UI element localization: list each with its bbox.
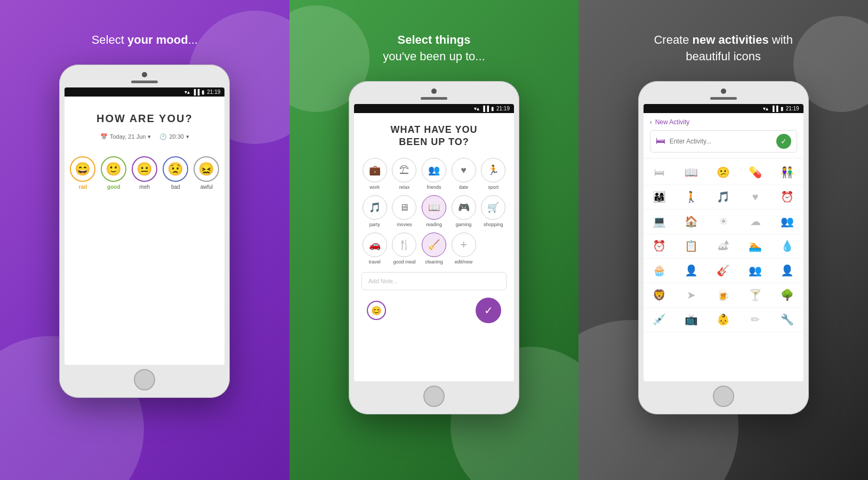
- icon-guitar[interactable]: 🎸: [708, 259, 740, 283]
- mood-bad[interactable]: 😟 bad: [163, 156, 188, 190]
- act-icon-sport: 🏃: [481, 158, 505, 182]
- icon-medical[interactable]: 💉: [644, 308, 676, 332]
- act-icon-work: 💼: [363, 158, 387, 182]
- icon-book[interactable]: 📖: [676, 161, 708, 185]
- icon-music-note[interactable]: 🎵: [708, 185, 740, 210]
- wifi-icon-2: ▾▴: [474, 106, 479, 111]
- screen-1: ▾▴ ▐▐ ▮ 21:19 HOW ARE YOU? 📅 Today, 21 J…: [65, 87, 224, 365]
- icon-pill[interactable]: 💊: [740, 161, 771, 185]
- new-activity-header: ‹ New Activity 🛏 ✓: [644, 113, 803, 158]
- panel2-heading: Select things you've been up to...: [383, 32, 485, 65]
- act-label-date: date: [459, 185, 469, 190]
- icon-clock[interactable]: ⏰: [644, 234, 676, 259]
- icon-silhouette[interactable]: 👤: [771, 259, 803, 283]
- icon-cake[interactable]: 🧁: [644, 259, 676, 283]
- icon-cocktail[interactable]: 🍸: [740, 283, 771, 308]
- act-cleaning[interactable]: 🧹 cleaning: [421, 233, 447, 265]
- icon-family[interactable]: 👨‍👩‍👧: [644, 185, 676, 210]
- icon-walk[interactable]: 🚶: [676, 185, 708, 210]
- act-icon-friends: 👥: [422, 158, 446, 182]
- act-new[interactable]: + edit/new: [451, 233, 477, 265]
- icon-laptop[interactable]: 💻: [644, 210, 676, 234]
- act-icon-meal: 🍴: [392, 233, 416, 257]
- icon-tree[interactable]: 🌳: [771, 283, 803, 308]
- act-travel[interactable]: 🚗 travel: [361, 233, 388, 265]
- speaker-1: [131, 81, 158, 83]
- act-shopping[interactable]: 🛒 shopping: [480, 195, 507, 227]
- speaker-3: [710, 97, 737, 100]
- time-1: 21:19: [207, 89, 220, 95]
- activities-screen: WHAT HAVE YOUBEEN UP TO? 💼 work ⛱ relax …: [354, 113, 514, 334]
- icon-beer[interactable]: 🍺: [708, 283, 740, 308]
- act-sport[interactable]: 🏃 sport: [480, 158, 507, 190]
- icon-person[interactable]: 👤: [676, 259, 708, 283]
- new-back-nav[interactable]: ‹ New Activity: [650, 118, 797, 126]
- icon-alarm[interactable]: ⏰: [771, 185, 803, 210]
- act-relax[interactable]: ⛱ relax: [391, 158, 418, 190]
- home-button-2[interactable]: [423, 386, 445, 407]
- icon-house[interactable]: 🏠: [676, 210, 708, 234]
- act-gaming[interactable]: 🎮 gaming: [451, 195, 477, 227]
- time-2: 21:19: [496, 106, 510, 111]
- battery-icon-3: ▮: [781, 106, 784, 111]
- phone-3: ▾▴ ▐▐ ▮ 21:19 ‹ New Activity 🛏 ✓: [638, 81, 809, 414]
- icon-confused[interactable]: 😕: [708, 161, 740, 185]
- time-label[interactable]: 🕐 20:30 ▾: [159, 133, 189, 140]
- activity-name-input[interactable]: [670, 138, 772, 145]
- act-icon-reading: 📖: [422, 195, 446, 220]
- act-label-sport: sport: [488, 185, 499, 190]
- mood-meh[interactable]: 😐 meh: [132, 156, 157, 190]
- icon-sun[interactable]: ☀: [708, 210, 740, 234]
- home-button-3[interactable]: [713, 386, 734, 407]
- confirm-button[interactable]: ✓: [476, 298, 501, 323]
- new-activity-title: New Activity: [655, 118, 690, 126]
- panel1-heading: Select your mood...: [92, 32, 198, 49]
- icon-baby[interactable]: 👶: [708, 308, 740, 332]
- icon-animal[interactable]: 🦁: [644, 283, 676, 308]
- icon-sleep[interactable]: 🛏: [644, 161, 676, 185]
- mood-rad[interactable]: 😄 rad: [70, 156, 95, 190]
- add-note-field[interactable]: Add Note...: [361, 272, 507, 290]
- activity-confirm-button[interactable]: ✓: [776, 134, 791, 149]
- icon-pencil[interactable]: ✏: [740, 308, 771, 332]
- icon-swim[interactable]: 🏊: [740, 234, 771, 259]
- act-movies[interactable]: 🖥 movies: [391, 195, 418, 227]
- mood-awful[interactable]: 😖 awful: [194, 156, 219, 190]
- icon-cursor[interactable]: ➤: [676, 283, 708, 308]
- back-button[interactable]: 😊: [367, 301, 386, 320]
- act-work[interactable]: 💼 work: [361, 158, 388, 190]
- signal-icon-1: ▐▐: [192, 89, 199, 95]
- emoji-circle-awful: 😖: [194, 156, 219, 182]
- act-reading[interactable]: 📖 reading: [421, 195, 447, 227]
- act-icon-gaming: 🎮: [452, 195, 476, 220]
- mood-good[interactable]: 🙂 good: [101, 156, 126, 190]
- icon-group[interactable]: 👥: [740, 259, 771, 283]
- act-party[interactable]: 🎵 party: [361, 195, 388, 227]
- home-button-1[interactable]: [134, 369, 155, 390]
- icon-drop[interactable]: 💧: [771, 234, 803, 259]
- panel-activities: Select things you've been up to... ▾▴ ▐▐…: [290, 0, 579, 480]
- emoji-circle-rad: 😄: [70, 156, 95, 182]
- activity-icon-picker[interactable]: 🛏: [656, 135, 665, 147]
- icon-couple[interactable]: 👫: [771, 161, 803, 185]
- mood-label-awful: awful: [200, 184, 213, 190]
- emoji-circle-good: 🙂: [101, 156, 126, 182]
- date-label[interactable]: 📅 Today, 21 Jun ▾: [100, 133, 151, 140]
- icon-tv[interactable]: 📺: [676, 308, 708, 332]
- icon-hiking[interactable]: 🏕: [708, 234, 740, 259]
- signal-icon-3: ▐▐: [770, 106, 778, 111]
- battery-icon-2: ▮: [491, 106, 494, 111]
- icon-clipboard[interactable]: 📋: [676, 234, 708, 259]
- act-friends[interactable]: 👥 friends: [421, 158, 447, 190]
- icon-wrench[interactable]: 🔧: [771, 308, 803, 332]
- activities-title: WHAT HAVE YOUBEEN UP TO?: [361, 124, 507, 149]
- icon-people[interactable]: 👥: [771, 210, 803, 234]
- status-bar-2: ▾▴ ▐▐ ▮ 21:19: [354, 104, 514, 113]
- icon-cloud[interactable]: ☁: [740, 210, 771, 234]
- act-date[interactable]: ♥ date: [451, 158, 477, 190]
- act-meal[interactable]: 🍴 good meal: [391, 233, 418, 265]
- act-icon-new: +: [452, 233, 476, 257]
- icon-heart[interactable]: ♥: [740, 185, 771, 210]
- panel-mood: Select your mood... ▾▴ ▐▐ ▮ 21:19 HOW AR…: [0, 0, 290, 480]
- panel-new-activity: Create new activities withbeautiful icon…: [578, 0, 868, 480]
